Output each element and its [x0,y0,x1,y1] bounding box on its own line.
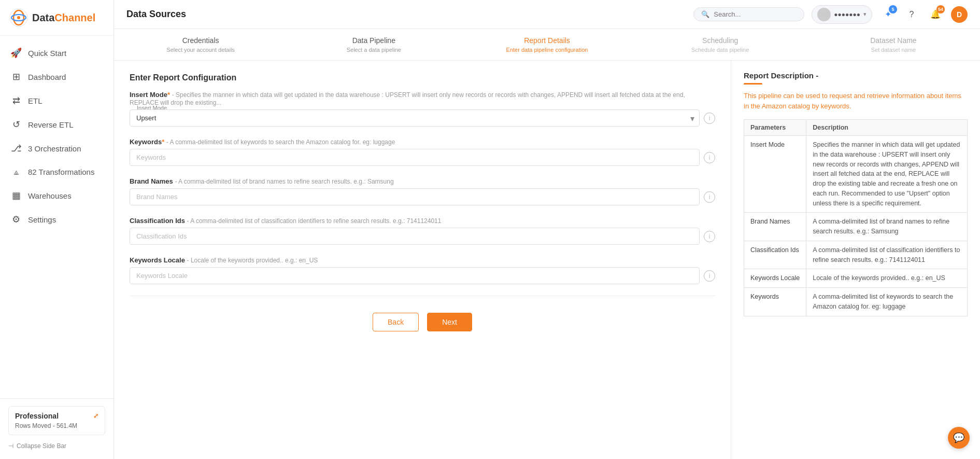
rocket-icon: 🚀 [10,47,22,59]
insert-mode-label: Insert Mode* - Specifies the manner in w… [130,91,715,106]
table-header-params: Parameters [744,120,806,136]
warehouses-icon: ▦ [10,190,22,201]
table-row: Brand Names A comma-delimited list of br… [744,213,968,241]
keywords-locale-input[interactable] [130,267,700,284]
step-sub: Select a data pipeline [347,47,401,53]
step-label: Data Pipeline [352,36,395,45]
desc-title: Report Description - [744,71,968,80]
keywords-locale-info-icon[interactable]: i [704,270,715,282]
insert-mode-info-icon[interactable]: i [704,113,715,124]
desc-cell: Specifies the manner in which data will … [806,136,968,213]
keywords-label: Keywords* - A comma-delimited list of ke… [130,138,715,146]
notification-button[interactable]: 🔔 54 [927,6,944,23]
sidebar-bottom: Professional ⤢ Rows Moved - 561.4M ⊣ Col… [0,398,113,459]
insert-mode-wrapper: Upsert Append Replace [130,109,700,127]
sidebar-item-label: Quick Start [28,49,66,58]
classification-ids-input[interactable] [130,228,700,245]
table-row: Classification Ids A comma-delimited lis… [744,241,968,269]
plan-rows: Rows Moved - 561.4M [15,422,98,429]
param-cell: Keywords Locale [744,269,806,288]
step-sub: Schedule data pipeline [691,47,749,53]
table-row: Insert Mode Specifies the manner in whic… [744,136,968,213]
sidebar-item-label: 3 Orchestration [28,144,81,153]
sidebar-item-etl[interactable]: ⇄ ETL [0,89,113,113]
form-desc-layout: Enter Report Configuration Insert Mode* … [114,61,980,459]
desc-cell: Locale of the keywords provided.. e.g.: … [806,269,968,288]
description-section: Report Description - This pipeline can b… [731,61,980,459]
step-label: Scheduling [702,36,738,45]
insert-mode-select-container: Insert Mode Upsert Append Replace [130,109,700,127]
brand-names-row: i [130,188,715,205]
keywords-locale-field: Keywords Locale - Locale of the keywords… [130,256,715,284]
insert-mode-field: Insert Mode* - Specifies the manner in w… [130,91,715,127]
step-label: Credentials [182,36,219,45]
keywords-locale-label: Keywords Locale - Locale of the keywords… [130,256,715,264]
back-button[interactable]: Back [373,313,419,331]
desc-text: This pipeline can be used to request and… [744,91,968,111]
keywords-locale-row: i [130,267,715,284]
step-label: Dataset Name [870,36,916,45]
search-input[interactable] [714,10,797,18]
sparkle-button[interactable]: ✦ 5 [879,6,896,23]
etl-icon: ⇄ [10,95,22,106]
step-sub: Select your account details [166,47,234,53]
desc-cell: A comma-delimited list of brand names to… [806,213,968,241]
collapse-icon: ⊣ [8,442,13,450]
desc-cell: A comma-delimited list of keywords to se… [806,288,968,316]
topbar-right: 🔍 ●●●●●●● ▾ ✦ 5 ? 🔔 54 D [693,5,968,24]
keywords-info-icon[interactable]: i [704,152,715,163]
chat-bubble-button[interactable]: 💬 [948,427,970,449]
user-avatar [817,8,831,21]
description-table: Parameters Description Insert Mode Speci… [744,119,968,316]
desc-cell: A comma-delimited list of classification… [806,241,968,269]
sidebar: DataChannel 🚀 Quick Start ⊞ Dashboard ⇄ … [0,0,114,459]
form-section: Enter Report Configuration Insert Mode* … [114,61,731,459]
sidebar-item-label: Settings [28,215,56,224]
step-dataset-name: Dataset Name Set dataset name [807,36,980,53]
help-button[interactable]: ? [903,6,920,23]
sidebar-item-reverse-etl[interactable]: ↺ Reverse ETL [0,113,113,136]
next-button[interactable]: Next [427,313,472,331]
user-initials-avatar[interactable]: D [951,6,968,23]
collapse-sidebar-button[interactable]: ⊣ Collapse Side Bar [8,440,105,452]
sidebar-nav: 🚀 Quick Start ⊞ Dashboard ⇄ ETL ↺ Revers… [0,36,113,398]
sidebar-item-settings[interactable]: ⚙ Settings [0,207,113,231]
table-row: Keywords A comma-delimited list of keywo… [744,288,968,316]
sidebar-item-dashboard[interactable]: ⊞ Dashboard [0,65,113,89]
classification-ids-row: i [130,228,715,245]
step-sub: Set dataset name [871,47,916,53]
keywords-input[interactable] [130,149,700,166]
user-area[interactable]: ●●●●●●● ▾ [812,5,872,24]
step-report-details: Report Details Enter data pipeline confi… [460,36,633,53]
logo: DataChannel [0,0,113,36]
external-link-icon[interactable]: ⤢ [93,412,98,420]
orchestration-icon: ⎇ [10,143,22,154]
table-header-desc: Description [806,120,968,136]
user-name: ●●●●●●● [834,11,860,18]
brand-names-input[interactable] [130,188,700,205]
brand-names-info-icon[interactable]: i [704,191,715,203]
transformations-icon: ⟁ [10,166,22,177]
sidebar-item-orchestration[interactable]: ⎇ 3 Orchestration [0,136,113,160]
classification-ids-info-icon[interactable]: i [704,231,715,242]
sidebar-item-warehouses[interactable]: ▦ Warehouses [0,184,113,207]
form-title: Enter Report Configuration [130,73,715,82]
plan-card: Professional ⤢ Rows Moved - 561.4M [8,406,105,435]
desc-accent-bar [744,83,762,85]
logo-text: DataChannel [32,12,95,24]
insert-mode-select[interactable]: Upsert Append Replace [130,109,700,127]
sidebar-item-label: ETL [28,96,42,105]
step-scheduling: Scheduling Schedule data pipeline [634,36,807,53]
search-box[interactable]: 🔍 [693,7,804,21]
step-sub: Enter data pipeline configuration [506,47,588,53]
sidebar-item-quick-start[interactable]: 🚀 Quick Start [0,41,113,65]
classification-ids-field: Classification Ids - A comma-delimited l… [130,217,715,245]
dashboard-icon: ⊞ [10,71,22,82]
notification-badge: 54 [936,5,945,13]
content-area: Credentials Select your account details … [114,29,980,459]
page-title: Data Sources [126,9,186,20]
sparkle-badge: 5 [889,5,897,13]
sidebar-item-label: 82 Transformations [28,168,94,176]
sidebar-item-transformations[interactable]: ⟁ 82 Transformations [0,160,113,184]
form-actions: Back Next [130,304,715,337]
